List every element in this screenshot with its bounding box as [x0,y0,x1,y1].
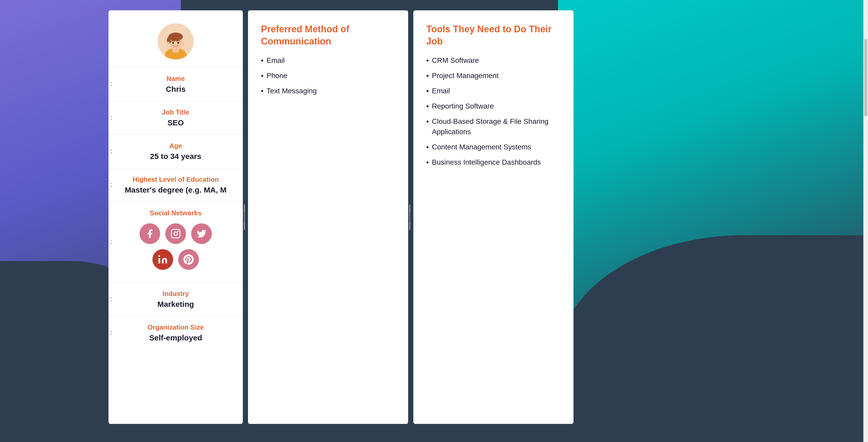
social-networks-label: Social Networks [116,209,235,217]
tool-pm: Project Management [426,70,561,81]
communication-methods-list: Email Phone Text Messaging [248,55,408,109]
svg-point-8 [167,41,170,45]
svg-point-6 [172,42,174,44]
social-icons-row-2 [116,249,235,270]
social-icons-row-1 [116,223,235,244]
svg-point-13 [158,255,160,257]
tool-reporting: Reporting Software [426,101,561,111]
facebook-icon[interactable] [140,223,160,244]
industry-label: Industry [116,290,235,298]
tools-card: Tools They Need to Do Their Job CRM Soft… [413,10,574,424]
name-label: Name [116,75,235,83]
communication-card: Preferred Method of Communication Email … [248,10,408,424]
svg-point-12 [178,231,179,232]
tool-crm: CRM Software [426,55,561,65]
job-title-label: Job Title [116,108,235,116]
avatar-icon [158,23,194,59]
job-title-value: SEO [116,118,235,127]
pinterest-icon[interactable] [178,249,199,270]
industry-value: Marketing [116,300,235,308]
education-section: Highest Level of Education Master's degr… [108,168,243,202]
org-size-section: Organization Size Self-employed [108,316,243,350]
industry-section: Industry Marketing [108,283,243,316]
communication-method-text: Text Messaging [261,86,395,96]
name-value: Chris [116,85,235,94]
tool-bi: Business Intelligence Dashboards [426,157,561,167]
tool-email: Email [426,86,561,96]
drag-handle-4 [111,183,112,187]
education-label: Highest Level of Education [116,176,235,183]
resize-handle-1[interactable] [243,10,246,424]
avatar-container [108,10,243,67]
age-value: 25 to 34 years [116,152,235,161]
instagram-icon[interactable] [165,223,186,244]
communication-title: Preferred Method of Communication [248,10,408,55]
resize-handle-2[interactable] [408,10,411,424]
content-wrapper: Name Chris Job Title SEO Age 25 to 34 ye… [108,10,801,424]
drag-handle [111,82,112,86]
twitter-icon[interactable] [191,223,212,244]
linkedin-icon[interactable] [152,249,173,270]
drag-handle-5 [111,240,112,244]
scrollbar[interactable] [863,0,868,442]
communication-method-phone: Phone [261,70,395,81]
scrollbar-thumb[interactable] [864,39,867,116]
job-title-section: Job Title SEO [108,101,243,135]
tools-list: CRM Software Project Management Email Re… [413,55,574,180]
age-label: Age [116,142,235,150]
drag-handle-7 [111,331,112,335]
avatar [158,23,194,59]
drag-handle-6 [111,297,112,301]
name-section: Name Chris [108,67,243,101]
tool-cloud: Cloud-Based Storage & File Sharing Appli… [426,116,561,137]
drag-handle-2 [111,116,112,120]
tools-title: Tools They Need to Do Their Job [413,10,574,55]
education-value: Master's degree (e.g. MA, M [116,185,235,195]
svg-point-7 [178,42,179,44]
age-section: Age 25 to 34 years [108,135,243,168]
profile-card: Name Chris Job Title SEO Age 25 to 34 ye… [108,10,243,424]
svg-rect-10 [171,229,180,238]
drag-handle-3 [111,149,112,153]
org-size-label: Organization Size [116,323,235,331]
svg-point-11 [174,232,177,235]
org-size-value: Self-employed [116,333,235,342]
communication-method-email: Email [261,55,395,65]
tool-cms: Content Management Systems [426,142,561,152]
svg-point-9 [182,41,184,45]
social-networks-section: Social Networks [108,202,243,283]
